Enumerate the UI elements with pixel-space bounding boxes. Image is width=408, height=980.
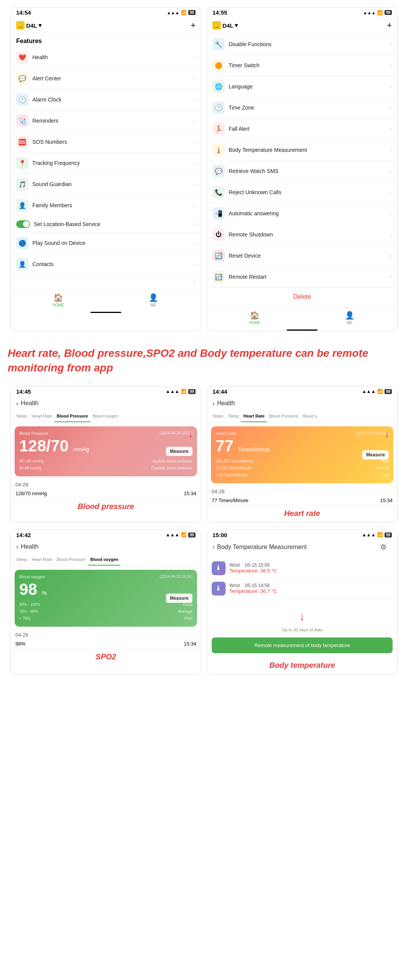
menu-item-auto-answering[interactable]: 📲 Automatic answering › bbox=[207, 203, 397, 224]
reject-calls-icon: 📞 bbox=[212, 186, 225, 198]
nav-home-left[interactable]: 🏠 HOME bbox=[11, 290, 106, 309]
body-temp-header: ‹ Body Temperature Measurement ⚙ bbox=[207, 540, 397, 554]
menu-item-tracking[interactable]: 📍 Tracking Frequency › bbox=[11, 153, 201, 174]
menu-item-disable[interactable]: 🔧 Disable Functions › bbox=[207, 34, 397, 55]
menu-item-timer[interactable]: 🟠 Timer Switch › bbox=[207, 55, 397, 76]
brand-name-right: D4L bbox=[222, 22, 233, 29]
status-bar-hr: 14:44 ▲▲▲ 📶 99 bbox=[207, 387, 397, 396]
chevron-alarm: › bbox=[194, 97, 196, 103]
tab-bp-active[interactable]: Blood Pressure bbox=[54, 411, 90, 422]
alarm-label: Alarm Clock bbox=[32, 97, 194, 103]
tab-bp-spo2[interactable]: Blood Pressure bbox=[54, 554, 88, 566]
disable-label: Disable Functions bbox=[229, 41, 390, 47]
bp-ranges: 90-139 mmHgSystolic blood pressure 60-89… bbox=[19, 458, 192, 472]
menu-item-body-temp[interactable]: 🌡️ Body Temperature Measurement › bbox=[207, 140, 397, 161]
menu-item-contacts[interactable]: 👤 Contacts › bbox=[11, 254, 201, 275]
tab-steps-hr[interactable]: Steps bbox=[210, 411, 226, 422]
menu-item-location[interactable]: Set Location-Based Service › bbox=[11, 216, 201, 233]
health-icon: ❤️ bbox=[16, 51, 28, 63]
plus-btn-right[interactable]: + bbox=[387, 20, 392, 30]
status-bar-left: 14:54 ▲▲▲ 📶 99 bbox=[11, 8, 201, 17]
gear-icon-body-temp[interactable]: ⚙ bbox=[380, 543, 392, 551]
health-screen-body-temp: 15:00 ▲▲▲ 📶 99 ‹ Body Temperature Measur… bbox=[207, 530, 397, 674]
menu-item-sos[interactable]: 🆘 SOS Numbers › bbox=[11, 131, 201, 153]
auto-answering-label: Automatic answering bbox=[229, 210, 390, 216]
back-arrow-bp: ‹ bbox=[16, 399, 18, 408]
spo2-unit: % bbox=[42, 590, 46, 596]
menu-item-alarm[interactable]: 🕐 Alarm Clock › bbox=[11, 89, 201, 110]
nav-home-label-left: HOME bbox=[53, 303, 64, 307]
health-label-spo2: Health bbox=[21, 543, 38, 550]
plus-btn-left[interactable]: + bbox=[191, 20, 196, 30]
menu-item-reminders[interactable]: 🩺 Reminders › bbox=[11, 110, 201, 131]
chevron-health: › bbox=[194, 54, 196, 60]
menu-item-remote-shutdown[interactable]: ⏻ Remote Shutdown › bbox=[207, 224, 397, 245]
timezone-label: Time Zone bbox=[229, 105, 390, 111]
menu-item-reset-device[interactable]: 🔄 Reset Device › bbox=[207, 245, 397, 266]
tab-o2-active[interactable]: Blood oxygen bbox=[88, 554, 121, 566]
delete-button[interactable]: Delete bbox=[293, 293, 311, 300]
remote-shutdown-icon: ⏻ bbox=[212, 228, 225, 241]
nav-home-label-right: HOME bbox=[249, 321, 261, 325]
bp-unit: mmHg bbox=[73, 446, 89, 453]
wifi-icon-left: 📶 bbox=[181, 10, 187, 15]
menu-item-health[interactable]: ❤️ Health › bbox=[11, 47, 201, 68]
health-screen-bp: 14:45 ▲▲▲ 📶 99 ‹ Health Sleep Heart Rate… bbox=[11, 387, 201, 522]
chevron-sound-guardian: › bbox=[194, 181, 196, 187]
nav-me-left[interactable]: 👤 ME bbox=[106, 290, 201, 309]
alarm-icon: 🕐 bbox=[16, 93, 28, 106]
tab-sleep-spo2[interactable]: Sleep bbox=[14, 554, 29, 566]
menu-item-remote-restart[interactable]: 🔃 Remote Restart › bbox=[207, 266, 397, 288]
fall-alert-icon: 🏃 bbox=[212, 123, 225, 135]
nav-home-right[interactable]: 🏠 HOME bbox=[207, 308, 302, 326]
location-toggle[interactable] bbox=[16, 220, 30, 228]
remote-measure-btn[interactable]: Remote measurement of body temperature bbox=[212, 637, 393, 653]
tab-sleep-hr[interactable]: Sleep bbox=[226, 411, 241, 422]
signal-spo2: ▲▲▲ bbox=[166, 532, 179, 537]
phones-section: 14:54 ▲▲▲ 📶 99 🔔 D4L ▾ + Features ❤️ Hea… bbox=[0, 0, 408, 334]
menu-item-sound-guardian[interactable]: 🎵 Sound Guardian › bbox=[11, 174, 201, 195]
tab-o2-bp[interactable]: Blood oxygen bbox=[90, 411, 121, 422]
spo2-section-label: SPO2 bbox=[11, 649, 201, 666]
sms-icon: 💬 bbox=[212, 165, 225, 177]
tab-bp-hr[interactable]: Blood Pressure bbox=[267, 411, 300, 422]
icons-spo2: ▲▲▲ 📶 99 bbox=[166, 532, 196, 537]
tab-hr-bp[interactable]: Heart Rate bbox=[29, 411, 54, 422]
menu-item-reject-calls[interactable]: 📞 Reject Unknown Calls › bbox=[207, 182, 397, 203]
menu-item-play-sound[interactable]: 🔵 Play Sound on Device › bbox=[11, 233, 201, 254]
chevron-remote-restart: › bbox=[390, 274, 392, 280]
tracking-label: Tracking Frequency bbox=[32, 160, 194, 166]
hr-section-label: Heart rate bbox=[207, 506, 397, 522]
tab-sleep-bp[interactable]: Sleep bbox=[14, 411, 29, 422]
tab-o2-hr[interactable]: Blood o bbox=[301, 411, 319, 422]
play-sound-icon: 🔵 bbox=[16, 237, 28, 249]
status-icons-left: ▲▲▲ 📶 99 bbox=[167, 10, 196, 15]
menu-item-fall-alert[interactable]: 🏃 Fall Alert › bbox=[207, 118, 397, 140]
menu-item-timezone[interactable]: 🕐 Time Zone › bbox=[207, 97, 397, 118]
alert-label: Alert Center bbox=[32, 75, 194, 82]
health-record-bp: 128/70 mmHg 15:34 bbox=[11, 488, 201, 499]
bottom-nav-left: 🏠 HOME 👤 ME bbox=[11, 290, 201, 309]
menu-item-sms[interactable]: 💬 Retrieve Watch SMS › bbox=[207, 161, 397, 182]
menu-item-alert[interactable]: 💬 Alert Center › bbox=[11, 68, 201, 89]
date-label-spo2: 04-29 bbox=[11, 629, 201, 639]
phone-right: 14:55 ▲▲▲ 📶 99 🔔 D4L ▾ + 🔧 Disable Funct… bbox=[207, 8, 397, 331]
chevron-contacts: › bbox=[194, 261, 196, 267]
tab-hr-active[interactable]: Heart Rate bbox=[241, 411, 267, 422]
icons-body-temp: ▲▲▲ 📶 99 bbox=[362, 532, 392, 537]
tab-hr-spo2[interactable]: Heart Rate bbox=[29, 554, 54, 566]
back-arrow-spo2: ‹ bbox=[16, 543, 18, 551]
menu-item-family[interactable]: 👤 Family Members › bbox=[11, 195, 201, 216]
measure-btn-bp[interactable]: Measure bbox=[166, 447, 192, 456]
disable-icon: 🔧 bbox=[212, 38, 225, 50]
chevron-auto-answering: › bbox=[390, 210, 392, 216]
temp-info-1: Wrist 05-15 15:00 Temperature: 36.5 °C bbox=[229, 562, 393, 574]
nav-me-right[interactable]: 👤 ME bbox=[302, 308, 397, 326]
icons-bp: ▲▲▲ 📶 99 bbox=[166, 389, 196, 394]
brand-icon-left: 🔔 bbox=[16, 21, 25, 30]
range2-hr: 60-100 Times/Minute bbox=[216, 465, 251, 472]
menu-item-language[interactable]: 🌐 Language › bbox=[207, 76, 397, 97]
card-label-spo2: Blood oxygen bbox=[19, 574, 45, 579]
card-title-row-hr: Heart Rate (2024-04-29 15:34) bbox=[216, 431, 389, 436]
chevron-remote-shutdown: › bbox=[390, 231, 392, 238]
